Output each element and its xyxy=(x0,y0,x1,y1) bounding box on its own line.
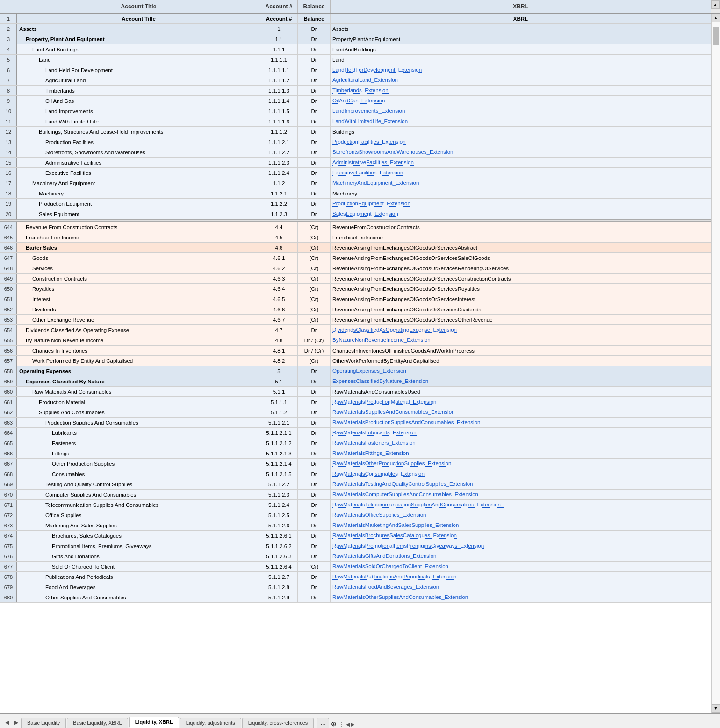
account-title-cell[interactable]: Oil And Gas xyxy=(17,96,260,106)
account-title-cell[interactable]: Royalties xyxy=(17,284,260,294)
account-title-cell[interactable]: Timberlands xyxy=(17,86,260,95)
account-title-cell[interactable]: Dividends xyxy=(17,304,260,314)
account-title-cell[interactable]: Services xyxy=(17,263,260,273)
account-title-cell[interactable]: Food And Beverages xyxy=(17,582,260,592)
xbrl-cell[interactable]: AgriculturalLand_Extension xyxy=(331,75,711,85)
xbrl-cell[interactable]: MachineryAndEquipment_Extension xyxy=(331,178,711,188)
account-title-cell[interactable]: Land Held For Development xyxy=(17,65,260,75)
account-title-cell[interactable]: Franchise Fee Income xyxy=(17,232,260,242)
tab-liquidity-xbrl[interactable]: Liquidity, XBRL xyxy=(129,717,179,728)
tab-scroll-left[interactable]: ◀ xyxy=(346,721,350,728)
account-title-cell[interactable]: Land Improvements xyxy=(17,106,260,116)
account-title-cell[interactable]: Work Performed By Entity And Capitalised xyxy=(17,356,260,366)
xbrl-cell[interactable]: Timberlands_Extension xyxy=(331,86,711,95)
xbrl-cell[interactable]: FranchiseFeeIncome xyxy=(331,232,711,242)
xbrl-cell[interactable]: OperatingExpenses_Extension xyxy=(331,366,711,376)
xbrl-cell[interactable]: RevenueArisingFromExchangesOfGoodsOrServ… xyxy=(331,243,711,252)
xbrl-cell[interactable]: RevenueArisingFromExchangesOfGoodsOrServ… xyxy=(331,253,711,263)
xbrl-cell[interactable]: RawMaterialsOtherSuppliesAndConsumables_… xyxy=(331,592,711,602)
xbrl-cell[interactable]: PropertyPlantAndEquipment xyxy=(331,34,711,44)
vertical-scrollbar[interactable]: ▲ ▼ xyxy=(711,14,720,713)
xbrl-cell[interactable]: ByNatureNonRevenueIncome_Extension xyxy=(331,335,711,345)
account-title-cell[interactable]: Office Supplies xyxy=(17,510,260,520)
xbrl-cell[interactable]: LandWithLimitedLife_Extension xyxy=(331,116,711,126)
col-header-b[interactable]: Account # xyxy=(260,0,298,13)
account-title-cell[interactable]: Fittings xyxy=(17,448,260,458)
account-title-cell[interactable]: Other Supplies And Consumables xyxy=(17,592,260,602)
account-title-cell[interactable]: Testing And Quality Control Supplies xyxy=(17,479,260,489)
account-title-cell[interactable]: Land xyxy=(17,55,260,65)
tab-nav-right[interactable]: ▶ xyxy=(12,718,21,728)
account-title-cell[interactable]: Storefronts, Showrooms And Warehouses xyxy=(17,147,260,157)
account-title-cell[interactable]: Property, Plant And Equipment xyxy=(17,34,260,44)
xbrl-cell[interactable]: OilAndGas_Extension xyxy=(331,96,711,106)
xbrl-cell[interactable]: ExecutiveFacilities_Extension xyxy=(331,168,711,178)
xbrl-cell[interactable]: RawMaterialsProductionMaterial_Extension xyxy=(331,397,711,407)
account-title-cell[interactable]: Production Equipment xyxy=(17,199,260,209)
account-title-cell[interactable]: Supplies And Consumables xyxy=(17,407,260,417)
account-title-cell[interactable]: Gifts And Donations xyxy=(17,551,260,561)
account-title-cell[interactable]: Lubricants xyxy=(17,428,260,438)
xbrl-cell[interactable]: RawMaterialsTelecommunicationSuppliesAnd… xyxy=(331,500,711,510)
account-title-cell[interactable]: Fasteners xyxy=(17,438,260,448)
xbrl-cell[interactable]: RawMaterialsFoodAndBeverages_Extension xyxy=(331,582,711,592)
account-title-cell[interactable]: Dividends Classified As Operating Expens… xyxy=(17,325,260,335)
account-title-cell[interactable]: Telecommunication Supplies And Consumabl… xyxy=(17,500,260,510)
account-title-cell[interactable]: Executive Facilities xyxy=(17,168,260,178)
account-title-cell[interactable]: Barter Sales xyxy=(17,243,260,252)
account-title-cell[interactable]: Revenue From Construction Contracts xyxy=(17,222,260,232)
tab-list-btn[interactable]: ⋮ xyxy=(338,721,344,728)
account-title-cell[interactable]: Other Production Supplies xyxy=(17,459,260,469)
account-title-cell[interactable]: Account Title xyxy=(17,14,260,23)
account-title-cell[interactable]: Machinery And Equipment xyxy=(17,178,260,188)
col-header-a[interactable]: Account Title xyxy=(17,0,260,13)
account-title-cell[interactable]: Interest xyxy=(17,294,260,304)
account-title-cell[interactable]: Administrative Facilities xyxy=(17,158,260,167)
xbrl-cell[interactable]: RawMaterialsFasteners_Extension xyxy=(331,438,711,448)
xbrl-cell[interactable]: StorefrontsShowroomsAndWarehouses_Extens… xyxy=(331,147,711,157)
xbrl-cell[interactable]: ProductionEquipment_Extension xyxy=(331,199,711,209)
account-title-cell[interactable]: Construction Contracts xyxy=(17,274,260,283)
tab-liquidity-cross-references[interactable]: Liquidity, cross-references xyxy=(242,718,314,728)
account-title-cell[interactable]: Land And Buildings xyxy=(17,44,260,54)
account-title-cell[interactable]: Marketing And Sales Supplies xyxy=(17,520,260,530)
xbrl-cell[interactable]: RawMaterialsGiftsAndDonations_Extension xyxy=(331,551,711,561)
account-title-cell[interactable]: Buildings, Structures And Lease-Hold Imp… xyxy=(17,127,260,137)
account-title-cell[interactable]: Production Facilities xyxy=(17,137,260,147)
xbrl-cell[interactable]: Land xyxy=(331,55,711,65)
xbrl-cell[interactable]: RawMaterialsOtherProductionSupplies_Exte… xyxy=(331,459,711,469)
account-title-cell[interactable]: Sold Or Charged To Client xyxy=(17,562,260,571)
account-title-cell[interactable]: Sales Equipment xyxy=(17,209,260,219)
xbrl-cell[interactable]: RawMaterialsPublicationsAndPeriodicals_E… xyxy=(331,572,711,582)
account-title-cell[interactable]: Promotional Items, Premiums, Giveaways xyxy=(17,541,260,551)
account-title-cell[interactable]: Land With Limited Life xyxy=(17,116,260,126)
scroll-thumb[interactable] xyxy=(713,27,719,45)
xbrl-cell[interactable]: RevenueArisingFromExchangesOfGoodsOrServ… xyxy=(331,294,711,304)
tab-scroll-right[interactable]: ▶ xyxy=(351,721,354,728)
xbrl-cell[interactable]: RawMaterialsTestingAndQualityControlSupp… xyxy=(331,479,711,489)
xbrl-cell[interactable]: RawMaterialsPromotionalItemsPremiumsGive… xyxy=(331,541,711,551)
xbrl-cell[interactable]: RevenueArisingFromExchangesOfGoodsOrServ… xyxy=(331,304,711,314)
xbrl-cell[interactable]: RevenueArisingFromExchangesOfGoodsOrServ… xyxy=(331,315,711,324)
scroll-up-btn[interactable]: ▲ xyxy=(712,14,720,22)
xbrl-cell[interactable]: RawMaterialsConsumables_Extension xyxy=(331,469,711,479)
xbrl-cell[interactable]: RawMaterialsAndConsumablesUsed xyxy=(331,387,711,396)
tab-basic-liquidity-xbrl[interactable]: Basic Liquidity, XBRL xyxy=(67,718,128,728)
xbrl-cell[interactable]: LandHeldForDevelopment_Extension xyxy=(331,65,711,75)
xbrl-cell[interactable]: RawMaterialsFittings_Extension xyxy=(331,448,711,458)
tab-add-btn[interactable]: ⊕ xyxy=(331,720,337,728)
account-title-cell[interactable]: Brochures, Sales Catalogues xyxy=(17,531,260,541)
xbrl-cell[interactable]: RawMaterialsProductionSuppliesAndConsuma… xyxy=(331,418,711,427)
account-title-cell[interactable]: Other Exchange Revenue xyxy=(17,315,260,324)
account-title-cell[interactable]: By Nature Non-Revenue Income xyxy=(17,335,260,345)
account-title-cell[interactable]: Expenses Classified By Nature xyxy=(17,376,260,386)
xbrl-cell[interactable]: LandImprovements_Extension xyxy=(331,106,711,116)
xbrl-cell[interactable]: OtherWorkPerformedByEntityAndCapitalised xyxy=(331,356,711,366)
xbrl-cell[interactable]: RevenueArisingFromExchangesOfGoodsOrServ… xyxy=(331,263,711,273)
xbrl-cell[interactable]: RevenueArisingFromExchangesOfGoodsOrServ… xyxy=(331,274,711,283)
tab-liquidity-adjustments[interactable]: Liquidity, adjustments xyxy=(180,718,241,728)
tab-basic-liquidity[interactable]: Basic Liquidity xyxy=(21,718,66,728)
xbrl-cell[interactable]: RawMaterialsMarketingAndSalesSupplies_Ex… xyxy=(331,520,711,530)
xbrl-cell[interactable]: RawMaterialsSoldOrChargedToClient_Extens… xyxy=(331,562,711,571)
xbrl-cell[interactable]: DividendsClassifiedAsOperatingExpense_Ex… xyxy=(331,325,711,335)
